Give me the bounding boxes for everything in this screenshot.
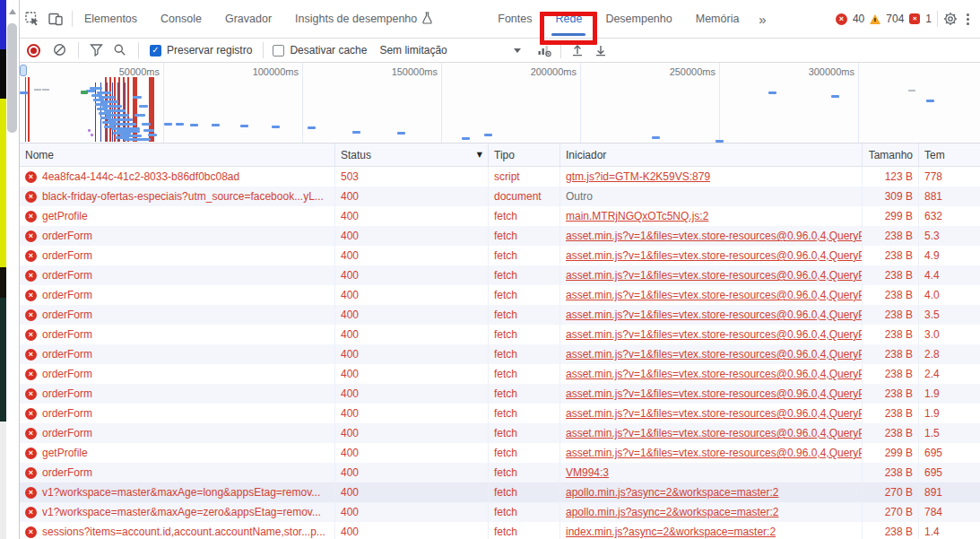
tab-overflow-chevron[interactable]: » [750,0,774,38]
kebab-menu-icon[interactable] [963,13,973,25]
export-har-icon[interactable] [594,43,608,57]
table-row[interactable]: ×v1?workspace=master&maxAge=zero&appsEta… [20,502,980,522]
warning-count-icon[interactable] [870,14,880,24]
table-row[interactable]: ×orderForm400fetchasset.min.js?v=1&files… [20,305,980,325]
column-header-nome[interactable]: Nome [20,143,335,166]
table-row[interactable]: ×orderForm400fetchasset.min.js?v=1&files… [20,384,980,404]
clear-icon[interactable] [53,43,67,57]
device-toolbar-icon[interactable] [48,12,63,26]
cell-name[interactable]: ×orderForm [20,285,335,305]
page-scrollbar[interactable] [6,0,19,539]
column-header-tipo[interactable]: Tipo [489,143,560,166]
initiator-link[interactable]: asset.min.js?v=1&files=vtex.store-resour… [566,368,863,380]
initiator-link[interactable]: asset.min.js?v=1&files=vtex.store-resour… [566,348,863,361]
tab-desempenho[interactable]: Desempenho [594,0,683,38]
tab-mem-ria[interactable]: Memória [684,0,751,38]
cell-status: 400 [335,502,489,522]
table-row[interactable]: ×orderForm400fetchasset.min.js?v=1&files… [20,423,980,443]
cell-name[interactable]: ×sessions?items=account.id,account.accou… [20,522,335,539]
initiator-link[interactable]: gtm.js?id=GTM-K2K59VS:879 [566,170,710,183]
table-row[interactable]: ×orderForm400fetchasset.min.js?v=1&files… [20,325,980,344]
cell-name[interactable]: ×getProfile [20,443,335,463]
initiator-link[interactable]: VM994:3 [566,466,609,479]
cell-name[interactable]: ×orderForm [20,344,335,364]
cell-name[interactable]: ×getProfile [20,206,335,226]
tab-elementos[interactable]: Elementos [73,0,149,38]
initiator-link[interactable]: asset.min.js?v=1&files=vtex.store-resour… [566,407,863,420]
table-row[interactable]: ×orderForm400fetchasset.min.js?v=1&files… [20,404,980,423]
cell-name[interactable]: ×orderForm [20,226,335,246]
initiator-link[interactable]: asset.min.js?v=1&files=vtex.store-resour… [566,249,863,262]
settings-gear-icon[interactable] [943,12,958,26]
issues-icon[interactable]: × [909,13,920,24]
disable-cache-checkbox[interactable]: Desativar cache [273,44,367,57]
cell-type: fetch [489,384,560,404]
table-row[interactable]: ×orderForm400fetchasset.min.js?v=1&files… [20,285,980,305]
waterfall-bar [133,96,142,99]
initiator-link[interactable]: asset.min.js?v=1&files=vtex.store-resour… [566,447,863,459]
cell-name[interactable]: ×v1?workspace=master&maxAge=long&appsEta… [20,482,335,502]
network-overview[interactable]: 50000ms100000ms150000ms200000ms250000ms3… [20,63,980,143]
checkbox-unchecked-icon[interactable] [273,45,284,57]
cell-name[interactable]: ×orderForm [20,364,335,384]
table-row[interactable]: ×black-friday-ofertas-especiais?utm_sour… [20,187,980,206]
cell-name[interactable]: ×orderForm [20,265,335,285]
inspect-element-icon[interactable] [25,12,39,26]
table-row[interactable]: ×orderForm400fetchasset.min.js?v=1&files… [20,364,980,384]
cell-name[interactable]: ×orderForm [20,463,335,482]
cell-name[interactable]: ×orderForm [20,384,335,404]
column-header-tem[interactable]: Tem [919,143,980,166]
column-header-iniciador[interactable]: Iniciador [560,143,863,166]
cell-name[interactable]: ×v1?workspace=master&maxAge=zero&appsEta… [20,502,335,522]
table-row[interactable]: ×orderForm400fetchasset.min.js?v=1&files… [20,344,980,364]
cell-name[interactable]: ×orderForm [20,305,335,325]
initiator-link[interactable]: asset.min.js?v=1&files=vtex.store-resour… [566,289,863,301]
initiator-link[interactable]: index.min.js?async=2&workspace=master:2 [566,526,776,538]
tab-insights-de-desempenho[interactable]: Insights de desempenho [283,0,445,38]
network-conditions-icon[interactable] [537,43,551,57]
overview-drag-handle[interactable] [20,65,27,76]
table-row[interactable]: ×orderForm400fetchasset.min.js?v=1&files… [20,246,980,265]
initiator-link[interactable]: asset.min.js?v=1&files=vtex.store-resour… [566,427,863,439]
initiator-link[interactable]: main.MTRjNGQxOTc5NQ.js:2 [566,210,708,222]
checkbox-checked-icon[interactable]: ✓ [150,45,161,57]
initiator-link[interactable]: asset.min.js?v=1&files=vtex.store-resour… [566,328,863,341]
initiator-link[interactable]: asset.min.js?v=1&files=vtex.store-resour… [566,309,863,321]
initiator-link[interactable]: asset.min.js?v=1&files=vtex.store-resour… [566,269,863,282]
error-count-icon[interactable]: × [836,13,847,25]
cell-name[interactable]: ×orderForm [20,404,335,423]
cell-name[interactable]: ×orderForm [20,246,335,265]
scrollbar-thumb[interactable] [7,23,17,133]
import-har-icon[interactable] [570,43,585,57]
timeline-gridline [719,63,720,143]
initiator-link[interactable]: apollo.min.js?async=2&workspace=master:2 [566,486,778,499]
filter-icon[interactable] [90,43,104,57]
table-row[interactable]: ×4ea8fca4-144c-41c2-8033-b86df0bc08ad503… [20,167,980,187]
cell-name[interactable]: ×black-friday-ofertas-especiais?utm_sour… [20,187,335,206]
waterfall-bar [212,124,220,126]
tab-fontes[interactable]: Fontes [486,0,543,38]
record-button[interactable] [27,44,40,57]
cell-name[interactable]: ×orderForm [20,423,335,443]
scroll-up-arrow-icon[interactable] [9,9,16,14]
initiator-link[interactable]: asset.min.js?v=1&files=vtex.store-resour… [566,230,863,242]
cell-name[interactable]: ×orderForm [20,325,335,344]
initiator-link[interactable]: asset.min.js?v=1&files=vtex.store-resour… [566,387,863,400]
table-row[interactable]: ×getProfile400fetchasset.min.js?v=1&file… [20,443,980,463]
initiator-link[interactable]: apollo.min.js?async=2&workspace=master:2 [566,506,778,518]
timeline-gridline [302,63,303,143]
table-row[interactable]: ×orderForm400fetchasset.min.js?v=1&files… [20,226,980,246]
column-header-tamanho[interactable]: Tamanho [863,143,919,166]
preserve-log-checkbox[interactable]: ✓ Preservar registro [150,44,252,57]
search-icon[interactable] [113,43,127,57]
table-row[interactable]: ×orderForm400fetchasset.min.js?v=1&files… [20,265,980,285]
table-row[interactable]: ×orderForm400fetchVM994:3238 B695 [20,463,980,482]
tab-console[interactable]: Console [149,0,213,38]
cell-name[interactable]: ×4ea8fca4-144c-41c2-8033-b86df0bc08ad [20,167,335,187]
table-row[interactable]: ×getProfile400fetchmain.MTRjNGQxOTc5NQ.j… [20,206,980,226]
column-header-status[interactable]: Status▼ [335,143,489,166]
throttling-select[interactable]: Sem limitação [379,44,521,57]
table-row[interactable]: ×v1?workspace=master&maxAge=long&appsEta… [20,482,980,502]
tab-gravador[interactable]: Gravador [213,0,283,38]
table-row[interactable]: ×sessions?items=account.id,account.accou… [20,522,980,539]
